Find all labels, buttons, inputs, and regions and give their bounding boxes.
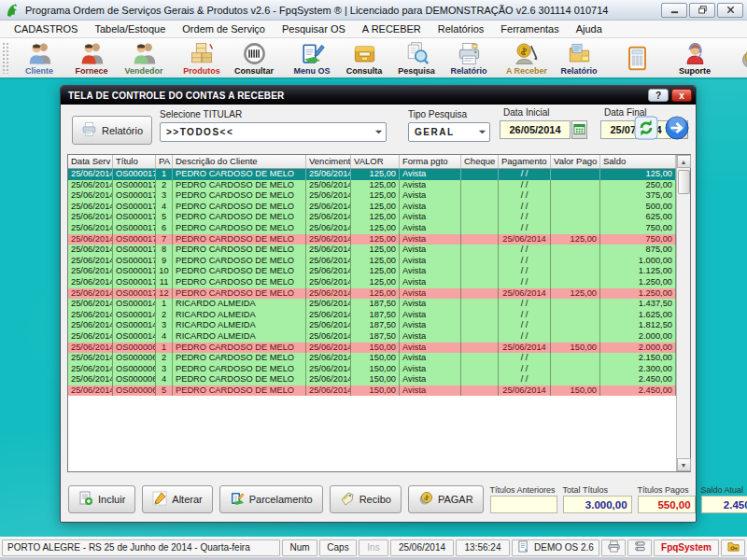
incluir-button[interactable]: Incluir (68, 485, 135, 513)
table-row[interactable]: 25/06/2014OS00001711PEDRO CARDOSO DE MEL… (68, 277, 676, 288)
table-cell: 125,00 (351, 180, 400, 191)
table-cell: 25/06/2014 (306, 310, 351, 321)
menu-item-6[interactable]: Relatórios (431, 21, 491, 36)
column-header[interactable]: Data Serv (68, 155, 113, 168)
table-row[interactable]: 25/06/2014OS0000177PEDRO CARDOSO DE MELO… (68, 234, 676, 245)
scrollbar-thumb[interactable] (678, 170, 690, 194)
table-row[interactable]: 25/06/2014OS0000175PEDRO CARDOSO DE MELO… (68, 212, 676, 223)
column-header[interactable]: Pagamento (499, 155, 551, 168)
table-cell: Avista (400, 331, 461, 343)
table-row[interactable]: 25/06/2014OS0000065PEDRO CARDOSO DE MELO… (68, 385, 676, 397)
titular-select[interactable]: >>TODOS<< (160, 122, 387, 142)
toolbar-suporte-label: Suporte (679, 66, 711, 76)
table-row[interactable]: 25/06/2014OS0000143RICARDO ALMEIDA25/06/… (68, 320, 676, 331)
toolbar-menu-os-button[interactable]: Menu OS (286, 38, 338, 77)
toolbar-relatorio-receber-button[interactable]: Relatório (553, 38, 605, 77)
minimize-button[interactable] (661, 3, 687, 18)
toolbar-calculadora-button[interactable] (611, 38, 663, 77)
column-header[interactable]: Valor Pago (551, 155, 600, 168)
table-row[interactable]: 25/06/2014OS0000179PEDRO CARDOSO DE MELO… (68, 256, 676, 267)
menu-item-7[interactable]: Ferramentas (494, 21, 565, 36)
table-row[interactable]: 25/06/2014OS0000171PEDRO CARDOSO DE MELO… (68, 169, 676, 180)
data-inicial-calendar-button[interactable] (571, 120, 587, 139)
table-cell: 25/06/2014 (68, 169, 113, 180)
receipt-icon (340, 491, 355, 508)
table-row[interactable]: 25/06/2014OS0000176PEDRO CARDOSO DE MELO… (68, 223, 676, 234)
table-row[interactable]: 25/06/2014OS0000064PEDRO CARDOSO DE MELO… (68, 374, 676, 385)
table-cell: 25/06/2014 (306, 299, 351, 310)
alterar-button[interactable]: Alterar (142, 485, 212, 513)
column-header[interactable]: PA (156, 155, 173, 168)
table-row[interactable]: 25/06/2014OS0000144RICARDO ALMEIDA25/06/… (68, 331, 676, 343)
data-inicial-field[interactable]: 26/05/2014 (500, 120, 571, 139)
dialog-help-button[interactable]: ? (648, 89, 669, 102)
column-header[interactable]: Vencimento (306, 155, 351, 168)
menu-item-4[interactable]: Pesquisar OS (275, 21, 352, 36)
scroll-down-icon[interactable]: ▼ (677, 458, 691, 471)
toolbar-relatorio-os-button[interactable]: Relatório (443, 38, 495, 77)
menu-item-5[interactable]: A RECEBER (356, 21, 428, 36)
toolbar-suporte-button[interactable]: Suporte (669, 38, 721, 77)
column-header[interactable]: Descrição do Cliente (173, 155, 306, 168)
barcode-icon (242, 41, 267, 66)
table-row[interactable]: 25/06/2014OS0000174PEDRO CARDOSO DE MELO… (68, 202, 676, 213)
table-row[interactable]: 25/06/2014OS0000141RICARDO ALMEIDA25/06/… (68, 299, 676, 310)
column-header[interactable]: VALOR (351, 155, 400, 168)
table-cell: 25/06/2014 (306, 277, 351, 288)
go-button[interactable] (665, 117, 689, 141)
toolbar-produtos-button[interactable]: Produtos (176, 38, 228, 77)
toolbar-fornecedor-button[interactable]: Fornece (65, 38, 118, 77)
table-cell: 25/06/2014 (499, 288, 551, 300)
table-row[interactable]: 25/06/2014OS0000061PEDRO CARDOSO DE MELO… (68, 343, 676, 354)
close-button[interactable] (717, 3, 743, 18)
toolbar-vendedor-button[interactable]: Vendedor (118, 38, 170, 77)
toolbar-moeda-button[interactable] (726, 38, 747, 77)
vertical-scrollbar[interactable]: ▲ ▼ (676, 155, 690, 471)
tipo-pesquisa-select[interactable]: GERAL (408, 122, 490, 142)
column-header[interactable]: Saldo (600, 155, 676, 168)
pay-coin-icon (418, 491, 433, 508)
column-header[interactable]: Cheque (461, 155, 499, 168)
relatorio-button-label: Relatório (102, 125, 143, 136)
table-row[interactable]: 25/06/2014OS0000172PEDRO CARDOSO DE MELO… (68, 180, 676, 191)
refresh-button[interactable] (634, 117, 658, 141)
toolbar-cliente-button[interactable]: Cliente (13, 38, 65, 77)
toolbar-a-receber-button[interactable]: A Receber (500, 38, 553, 77)
column-header[interactable]: Forma pgto (400, 155, 461, 168)
table-cell: 6 (156, 223, 173, 234)
toolbar-consulta-button[interactable]: Consulta (338, 38, 390, 77)
parcelamento-button[interactable]: Parcelamento (219, 485, 323, 513)
table-cell: 3 (156, 364, 173, 375)
table-row[interactable]: 25/06/2014OS0000062PEDRO CARDOSO DE MELO… (68, 353, 676, 364)
table-cell: OS000017 (113, 202, 156, 213)
table-row[interactable]: 25/06/2014OS0000063PEDRO CARDOSO DE MELO… (68, 364, 676, 375)
restore-button[interactable] (689, 3, 715, 18)
toolbar-pesquisa-button[interactable]: Pesquisa (390, 38, 443, 77)
table-cell: 25/06/2014 (499, 385, 551, 397)
table-cell: PEDRO CARDOSO DE MELO (173, 364, 306, 375)
table-row[interactable]: 25/06/2014OS0000173PEDRO CARDOSO DE MELO… (68, 190, 676, 202)
menu-item-2[interactable]: Tabela/Estoque (88, 21, 172, 36)
scroll-up-icon[interactable]: ▲ (677, 155, 691, 168)
dialog-close-button[interactable]: x (671, 89, 692, 102)
table-row[interactable]: 25/06/2014OS00001712PEDRO CARDOSO DE MEL… (68, 288, 676, 300)
menu-item-8[interactable]: Ajuda (570, 21, 609, 36)
table-row[interactable]: 25/06/2014OS0000178PEDRO CARDOSO DE MELO… (68, 245, 676, 256)
table-row[interactable]: 25/06/2014OS00001710PEDRO CARDOSO DE MEL… (68, 266, 676, 277)
table-cell: 25/06/2014 (306, 223, 351, 234)
column-header[interactable]: Título (113, 155, 156, 168)
table-row[interactable]: 25/06/2014OS0000142RICARDO ALMEIDA25/06/… (68, 310, 676, 321)
app-logo-icon (6, 3, 21, 18)
report-printer-icon (81, 121, 97, 139)
menu-item-3[interactable]: Ordem de Serviço (176, 21, 272, 36)
relatorio-button[interactable]: Relatório (72, 116, 152, 145)
recibo-button[interactable]: Recibo (330, 485, 402, 513)
pagar-button[interactable]: PAGAR (408, 485, 484, 513)
table-cell: PEDRO CARDOSO DE MELO (173, 256, 306, 267)
menu-item-1[interactable]: CADASTROS (7, 21, 84, 36)
table-cell: 500,00 (600, 202, 676, 213)
toolbar-consultar-button[interactable]: Consultar (228, 38, 280, 77)
toolbar-consulta-label: Consulta (346, 66, 383, 76)
incluir-button-label: Incluir (98, 494, 125, 505)
calculator-icon (625, 46, 650, 71)
